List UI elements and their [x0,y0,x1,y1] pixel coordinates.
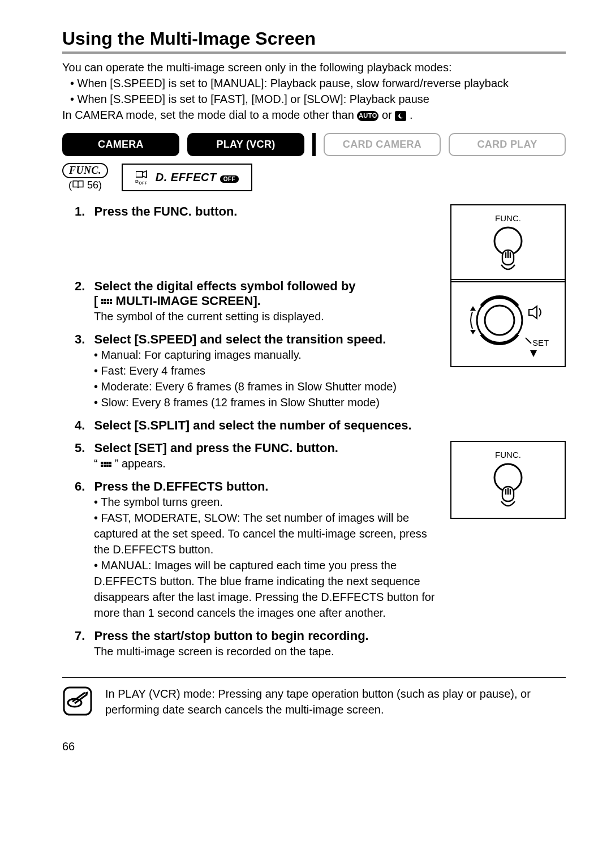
step-5: Select [SET] and press the FUNC. button.… [62,441,436,471]
step-body: The symbol of the current setting is dis… [62,308,436,324]
press-button-icon [485,462,531,509]
func-button-diagram-2: FUNC. [450,441,566,519]
step-body: Manual: For capturing images manually. F… [62,347,436,410]
divider [62,677,566,678]
text: MULTI-IMAGE SCREEN]. [116,294,261,308]
step-head: Press the D.EFFECTS button. [94,479,268,493]
intro-bullet: • When [S.SPEED] is set to [MANUAL]: Pla… [62,75,566,91]
step-head: Select [S.SPEED] and select the transiti… [94,332,386,346]
step-1: Press the FUNC. button. [62,204,436,219]
intro-bullet: • When [S.SPEED] is set to [FAST], [MOD.… [62,91,566,107]
note-text: In PLAY (VCR) mode: Pressing any tape op… [105,686,566,717]
func-row: FUNC. ( 56) DOFF D. EFFECT OFF [62,163,566,192]
auto-icon: AUTO [357,111,378,121]
step-1-grid: Press the FUNC. button. FUNC. [62,204,566,282]
step-4: Select [S.SPLIT] and select the number o… [62,418,436,433]
func-label: FUNC. [62,163,108,178]
intro-line: In CAMERA mode, set the mode dial to a m… [62,107,566,123]
mode-play-vcr: PLAY (VCR) [187,133,304,156]
mode-card-play: CARD PLAY [449,133,566,156]
bullet: FAST, MODERATE, SLOW: The set number of … [94,510,436,557]
bullet: Fast: Every 4 frames [94,363,436,379]
svg-rect-0 [136,171,143,177]
text: or [382,109,395,121]
step-3: Select [S.SPEED] and select the transiti… [62,332,436,410]
step-2: Select the digital effects symbol follow… [62,279,436,324]
book-icon [72,180,84,192]
bullet: Moderate: Every 6 frames (8 frames in Sl… [94,379,436,394]
text: D. EFFECT [156,171,217,183]
step-body: The multi-image screen is recorded on th… [62,643,436,659]
diagram-set-label: SET [532,338,549,347]
text: . [410,109,413,121]
mode-separator [312,133,316,156]
night-mode-icon [395,111,406,121]
d-off-icon: DOFF [135,170,148,185]
step-body: The symbol turns green. FAST, MODERATE, … [62,494,436,621]
steps-list-2to4: Select the digital effects symbol follow… [62,279,436,441]
text: Select the digital effects symbol follow… [94,279,355,293]
page-ref-number: 56 [87,179,98,191]
off-pill: OFF [220,175,239,183]
mode-camera: CAMERA [62,133,179,156]
svg-marker-4 [470,306,476,311]
set-dial-diagram: SET [450,279,566,367]
func-page-ref: ( 56) [62,179,108,192]
step-57-grid: Select [SET] and press the FUNC. button.… [62,441,566,667]
func-block: FUNC. ( 56) [62,163,108,192]
note-icon [62,686,93,716]
step-head: Press the FUNC. button. [94,204,237,218]
step-head: Press the start/stop button to begin rec… [94,629,368,643]
effect-text: D. EFFECT OFF [156,171,239,184]
step-23-grid: Select the digital effects symbol follow… [62,279,566,441]
page-title: Using the Multi-Image Screen [62,28,566,54]
step-6: Press the D.EFFECTS button. The symbol t… [62,479,436,621]
bullet: MANUAL: Images will be captured each tim… [94,557,436,621]
step-head: Select the digital effects symbol follow… [62,279,356,308]
press-button-icon [485,225,531,273]
text: In CAMERA mode, set the mode dial to a m… [62,109,357,121]
diagram-label: FUNC. [495,450,521,459]
bullet: Manual: For capturing images manually. [94,347,436,363]
steps-list-1: Press the FUNC. button. [62,204,436,227]
svg-marker-6 [530,350,537,357]
step-head: Select [S.SPLIT] and select the number o… [94,418,411,432]
mode-card-camera: CARD CAMERA [324,133,441,156]
step-head: Select [SET] and press the FUNC. button. [94,441,338,455]
func-button-diagram: FUNC. [450,204,566,282]
manual-page: Using the Multi-Image Screen You can ope… [0,0,611,776]
note-block: In PLAY (VCR) mode: Pressing any tape op… [62,686,566,717]
diagram-label: FUNC. [495,213,521,223]
text: ” appears. [111,457,166,470]
effect-box: DOFF D. EFFECT OFF [122,164,252,192]
mode-row: CAMERA PLAY (VCR) CARD CAMERA CARD PLAY [62,133,566,156]
bullet: The symbol turns green. [94,494,436,510]
step-7: Press the start/stop button to begin rec… [62,629,436,659]
intro-line: You can operate the multi-image screen o… [62,59,566,75]
intro-block: You can operate the multi-image screen o… [62,59,566,123]
page-number: 66 [62,740,566,753]
text: “ [94,457,101,470]
steps-list-5to7: Select [SET] and press the FUNC. button.… [62,441,436,667]
svg-point-3 [485,306,514,335]
set-dial-icon: SET [460,283,556,363]
step-body: “ ” appears. [62,456,436,471]
svg-marker-5 [470,330,476,334]
multi-image-icon [101,299,112,304]
multi-image-icon [101,462,111,467]
bullet: Slow: Every 8 frames (12 frames in Slow … [94,394,436,410]
